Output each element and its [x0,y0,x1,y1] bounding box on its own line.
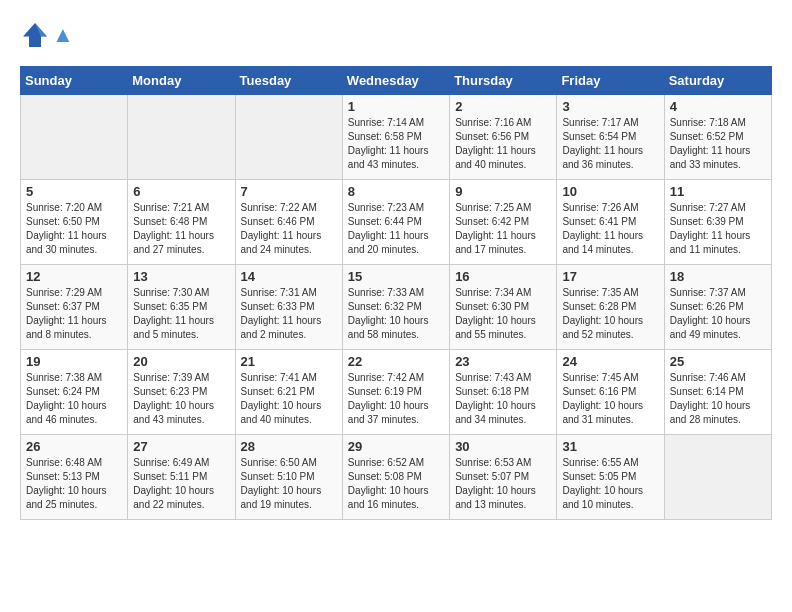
day-cell-21: 21Sunrise: 7:41 AM Sunset: 6:21 PM Dayli… [235,350,342,435]
day-cell-9: 9Sunrise: 7:25 AM Sunset: 6:42 PM Daylig… [450,180,557,265]
calendar: SundayMondayTuesdayWednesdayThursdayFrid… [20,66,772,520]
day-number: 20 [133,354,229,369]
day-number: 13 [133,269,229,284]
day-number: 8 [348,184,444,199]
day-cell-5: 5Sunrise: 7:20 AM Sunset: 6:50 PM Daylig… [21,180,128,265]
day-number: 3 [562,99,658,114]
day-info: Sunrise: 7:14 AM Sunset: 6:58 PM Dayligh… [348,116,444,172]
day-cell-28: 28Sunrise: 6:50 AM Sunset: 5:10 PM Dayli… [235,435,342,520]
weekday-header-thursday: Thursday [450,67,557,95]
day-info: Sunrise: 7:25 AM Sunset: 6:42 PM Dayligh… [455,201,551,257]
day-cell-12: 12Sunrise: 7:29 AM Sunset: 6:37 PM Dayli… [21,265,128,350]
day-number: 29 [348,439,444,454]
day-number: 1 [348,99,444,114]
day-number: 10 [562,184,658,199]
day-info: Sunrise: 7:39 AM Sunset: 6:23 PM Dayligh… [133,371,229,427]
day-cell-23: 23Sunrise: 7:43 AM Sunset: 6:18 PM Dayli… [450,350,557,435]
day-info: Sunrise: 7:30 AM Sunset: 6:35 PM Dayligh… [133,286,229,342]
day-number: 6 [133,184,229,199]
day-number: 19 [26,354,122,369]
day-cell-31: 31Sunrise: 6:55 AM Sunset: 5:05 PM Dayli… [557,435,664,520]
day-info: Sunrise: 6:53 AM Sunset: 5:07 PM Dayligh… [455,456,551,512]
weekday-header-row: SundayMondayTuesdayWednesdayThursdayFrid… [21,67,772,95]
day-number: 12 [26,269,122,284]
day-info: Sunrise: 7:45 AM Sunset: 6:16 PM Dayligh… [562,371,658,427]
day-number: 28 [241,439,337,454]
day-info: Sunrise: 6:49 AM Sunset: 5:11 PM Dayligh… [133,456,229,512]
week-row-4: 19Sunrise: 7:38 AM Sunset: 6:24 PM Dayli… [21,350,772,435]
empty-cell [235,95,342,180]
day-number: 9 [455,184,551,199]
day-cell-13: 13Sunrise: 7:30 AM Sunset: 6:35 PM Dayli… [128,265,235,350]
day-number: 14 [241,269,337,284]
day-cell-26: 26Sunrise: 6:48 AM Sunset: 5:13 PM Dayli… [21,435,128,520]
day-cell-3: 3Sunrise: 7:17 AM Sunset: 6:54 PM Daylig… [557,95,664,180]
day-info: Sunrise: 7:21 AM Sunset: 6:48 PM Dayligh… [133,201,229,257]
day-info: Sunrise: 7:35 AM Sunset: 6:28 PM Dayligh… [562,286,658,342]
day-number: 5 [26,184,122,199]
empty-cell [21,95,128,180]
day-info: Sunrise: 7:27 AM Sunset: 6:39 PM Dayligh… [670,201,766,257]
day-number: 26 [26,439,122,454]
day-info: Sunrise: 7:18 AM Sunset: 6:52 PM Dayligh… [670,116,766,172]
day-cell-24: 24Sunrise: 7:45 AM Sunset: 6:16 PM Dayli… [557,350,664,435]
day-info: Sunrise: 7:37 AM Sunset: 6:26 PM Dayligh… [670,286,766,342]
day-info: Sunrise: 7:26 AM Sunset: 6:41 PM Dayligh… [562,201,658,257]
day-info: Sunrise: 7:22 AM Sunset: 6:46 PM Dayligh… [241,201,337,257]
weekday-header-sunday: Sunday [21,67,128,95]
day-info: Sunrise: 7:20 AM Sunset: 6:50 PM Dayligh… [26,201,122,257]
day-info: Sunrise: 7:29 AM Sunset: 6:37 PM Dayligh… [26,286,122,342]
day-number: 22 [348,354,444,369]
day-number: 17 [562,269,658,284]
day-info: Sunrise: 7:46 AM Sunset: 6:14 PM Dayligh… [670,371,766,427]
day-number: 27 [133,439,229,454]
week-row-3: 12Sunrise: 7:29 AM Sunset: 6:37 PM Dayli… [21,265,772,350]
day-number: 21 [241,354,337,369]
day-cell-30: 30Sunrise: 6:53 AM Sunset: 5:07 PM Dayli… [450,435,557,520]
weekday-header-wednesday: Wednesday [342,67,449,95]
day-cell-16: 16Sunrise: 7:34 AM Sunset: 6:30 PM Dayli… [450,265,557,350]
day-number: 18 [670,269,766,284]
day-cell-8: 8Sunrise: 7:23 AM Sunset: 6:44 PM Daylig… [342,180,449,265]
day-number: 7 [241,184,337,199]
day-info: Sunrise: 7:17 AM Sunset: 6:54 PM Dayligh… [562,116,658,172]
day-info: Sunrise: 6:55 AM Sunset: 5:05 PM Dayligh… [562,456,658,512]
day-number: 2 [455,99,551,114]
day-info: Sunrise: 7:42 AM Sunset: 6:19 PM Dayligh… [348,371,444,427]
logo-text: ▲ [52,23,74,47]
week-row-1: 1Sunrise: 7:14 AM Sunset: 6:58 PM Daylig… [21,95,772,180]
empty-cell [664,435,771,520]
day-cell-7: 7Sunrise: 7:22 AM Sunset: 6:46 PM Daylig… [235,180,342,265]
day-number: 11 [670,184,766,199]
day-info: Sunrise: 7:33 AM Sunset: 6:32 PM Dayligh… [348,286,444,342]
day-number: 4 [670,99,766,114]
day-info: Sunrise: 7:23 AM Sunset: 6:44 PM Dayligh… [348,201,444,257]
header: ▲ [20,20,772,50]
day-info: Sunrise: 6:52 AM Sunset: 5:08 PM Dayligh… [348,456,444,512]
page: ▲ SundayMondayTuesdayWednesdayThursdayFr… [0,0,792,530]
day-info: Sunrise: 6:48 AM Sunset: 5:13 PM Dayligh… [26,456,122,512]
day-info: Sunrise: 6:50 AM Sunset: 5:10 PM Dayligh… [241,456,337,512]
day-cell-29: 29Sunrise: 6:52 AM Sunset: 5:08 PM Dayli… [342,435,449,520]
day-cell-2: 2Sunrise: 7:16 AM Sunset: 6:56 PM Daylig… [450,95,557,180]
day-cell-17: 17Sunrise: 7:35 AM Sunset: 6:28 PM Dayli… [557,265,664,350]
day-number: 30 [455,439,551,454]
day-cell-22: 22Sunrise: 7:42 AM Sunset: 6:19 PM Dayli… [342,350,449,435]
week-row-5: 26Sunrise: 6:48 AM Sunset: 5:13 PM Dayli… [21,435,772,520]
day-info: Sunrise: 7:34 AM Sunset: 6:30 PM Dayligh… [455,286,551,342]
day-cell-20: 20Sunrise: 7:39 AM Sunset: 6:23 PM Dayli… [128,350,235,435]
weekday-header-tuesday: Tuesday [235,67,342,95]
day-cell-27: 27Sunrise: 6:49 AM Sunset: 5:11 PM Dayli… [128,435,235,520]
logo-icon [20,20,50,50]
day-cell-15: 15Sunrise: 7:33 AM Sunset: 6:32 PM Dayli… [342,265,449,350]
weekday-header-friday: Friday [557,67,664,95]
day-cell-25: 25Sunrise: 7:46 AM Sunset: 6:14 PM Dayli… [664,350,771,435]
day-info: Sunrise: 7:41 AM Sunset: 6:21 PM Dayligh… [241,371,337,427]
day-info: Sunrise: 7:31 AM Sunset: 6:33 PM Dayligh… [241,286,337,342]
day-number: 24 [562,354,658,369]
weekday-header-monday: Monday [128,67,235,95]
day-number: 23 [455,354,551,369]
day-cell-1: 1Sunrise: 7:14 AM Sunset: 6:58 PM Daylig… [342,95,449,180]
day-number: 31 [562,439,658,454]
day-cell-19: 19Sunrise: 7:38 AM Sunset: 6:24 PM Dayli… [21,350,128,435]
